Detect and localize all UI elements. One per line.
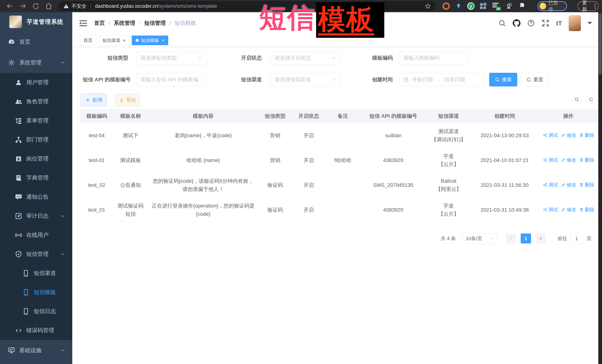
action-delete-link[interactable]: 删除 (579, 131, 594, 139)
pagination-next-button[interactable] (536, 233, 546, 243)
chevron-down-icon (489, 236, 494, 241)
tag-home[interactable]: 首页 (80, 36, 96, 45)
action-edit-link[interactable]: 修改 (561, 156, 576, 164)
pagination-page-1[interactable]: 1 (521, 233, 531, 243)
sidebar-item-users[interactable]: 用户管理 (0, 73, 72, 92)
header-search-icon[interactable] (498, 19, 506, 27)
bookmark-star-icon[interactable] (425, 3, 431, 9)
channel-select[interactable]: 请选择短信渠道 (270, 73, 340, 86)
ext-grid-icon[interactable] (480, 3, 487, 10)
sidebar-item-dict[interactable]: 字典管理 (0, 168, 72, 187)
action-test-link[interactable]: 测试 (543, 131, 558, 139)
sidebar-item-sms-log[interactable]: 短信日志 (0, 302, 72, 321)
pagination-goto-input[interactable] (571, 233, 582, 244)
api-template-id-input[interactable] (136, 73, 207, 86)
action-test-link[interactable]: 测试 (543, 206, 558, 214)
sidebar-item-notice[interactable]: 通知公告 (0, 187, 72, 207)
ext-list-on-icon[interactable]: on (492, 2, 500, 10)
browser-forward-icon[interactable] (19, 2, 26, 10)
sidebar-item-online-users[interactable]: 在线用户 (0, 226, 72, 245)
sidebar-item-home[interactable]: 首页 (0, 31, 72, 52)
date-range-picker[interactable]: 开始日期 - 结束日期 (399, 73, 484, 86)
sidebar-item-label: 短信模板 (34, 289, 56, 296)
extensions-puzzle-icon[interactable] (518, 2, 526, 10)
avatar-caret-down-icon[interactable] (588, 22, 592, 24)
close-icon[interactable]: × (123, 38, 126, 43)
page-scrollbar[interactable] (598, 12, 602, 364)
sms-type-select[interactable]: 请选择短信类型 (136, 51, 207, 65)
breadcrumb-system[interactable]: 系统管理 (114, 20, 135, 27)
sidebar-logo[interactable]: 芋道管理系统 (0, 12, 72, 31)
search-button[interactable]: 搜索 (489, 73, 517, 86)
close-icon[interactable]: × (161, 38, 164, 43)
sidebar-item-sms-template[interactable]: 短信模板 (0, 283, 72, 302)
sidebar-collapse-icon[interactable] (79, 19, 88, 28)
url-path[interactable]: /system/sms/sms-template (158, 3, 217, 9)
action-test-link[interactable]: 测试 (543, 156, 558, 164)
ext-green-y-icon[interactable]: y (467, 2, 475, 10)
users-icon (15, 98, 22, 105)
pagination-goto-label: 前往 (558, 233, 567, 244)
action-test-link[interactable]: 测试 (543, 181, 558, 189)
date-start-placeholder: 开始日期 (412, 76, 433, 83)
user-avatar[interactable] (569, 15, 581, 31)
pagination-prev-button[interactable] (506, 233, 516, 243)
sms-type-label: 短信类型 (73, 51, 128, 65)
url-host[interactable]: dashboard.yudao.iocoder.cn (95, 3, 158, 9)
sidebar-item-sms-channel[interactable]: 短信渠道 (0, 264, 72, 283)
sidebar-item-label: 用户管理 (26, 79, 49, 86)
browser-home-icon[interactable] (45, 2, 53, 10)
toggle-search-button[interactable] (572, 95, 581, 104)
browser-reload-icon[interactable] (32, 2, 40, 10)
sidebar-item-roles[interactable]: 角色管理 (0, 92, 72, 111)
action-delete-link[interactable]: 删除 (579, 181, 594, 189)
tag-sms-template[interactable]: 短信模板× (132, 36, 168, 45)
tag-sms-channel[interactable]: 短信渠道× (98, 36, 129, 45)
tags-view-bar: 首页 短信渠道× 短信模板× (72, 34, 598, 47)
font-size-icon[interactable]: tT (556, 20, 562, 27)
monitor-chart-icon (8, 347, 15, 354)
breadcrumb-home[interactable]: 首页 (94, 20, 105, 27)
sidebar-item-sms[interactable]: 短信管理 (0, 245, 72, 264)
fullscreen-icon[interactable] (542, 19, 549, 27)
action-delete-link[interactable]: 删除 (579, 156, 594, 164)
reset-button[interactable]: 重置 (521, 73, 548, 86)
browser-back-icon[interactable] (6, 2, 13, 10)
github-icon[interactable] (513, 19, 520, 27)
sidebar-item-infrastructure[interactable]: 基础设施 (0, 340, 72, 361)
sidebar-item-audit-log[interactable]: 审计日志 (0, 207, 72, 226)
browser-update-button[interactable]: 更新 (577, 1, 599, 11)
status-select[interactable]: 请选择开启状态 (270, 51, 340, 65)
action-delete-link[interactable]: 删除 (579, 206, 594, 214)
action-edit-link[interactable]: 修改 (561, 131, 576, 139)
export-button[interactable]: 导出 (115, 94, 140, 106)
scrollbar-thumb[interactable] (599, 13, 602, 74)
help-icon[interactable] (527, 19, 535, 27)
sidebar-item-departments[interactable]: 部门管理 (0, 130, 72, 149)
active-dot (136, 39, 139, 42)
col-channel: 短信渠道 (426, 109, 471, 123)
phone-icon (22, 308, 30, 315)
sidebar-item-posts[interactable]: 岗位管理 (0, 149, 72, 168)
sidebar: 芋道管理系统 首页 系统管理 用户管理 角色管理 (0, 12, 72, 364)
ext-gem-icon[interactable] (455, 3, 462, 9)
template-code-input[interactable] (399, 51, 469, 65)
breadcrumb-sms[interactable]: 短信管理 (144, 20, 166, 27)
add-button[interactable]: 新增 (81, 94, 107, 106)
sidebar-item-system[interactable]: 系统管理 (0, 52, 72, 73)
sidebar-item-label: 部门管理 (26, 136, 49, 144)
browser-menu-kebab-icon[interactable] (595, 4, 595, 9)
ext-search-person-icon[interactable] (505, 2, 513, 10)
ext-orange-ring-icon[interactable] (442, 2, 450, 10)
sidebar-item-menus[interactable]: 菜单管理 (0, 111, 72, 130)
action-edit-link[interactable]: 修改 (561, 181, 576, 189)
security-warning-icon[interactable] (63, 3, 69, 9)
profile-chip[interactable]: 已暂停 (538, 1, 567, 11)
address-bar[interactable]: 不安全 dashboard.yudao.iocoder.cn/system/sm… (58, 1, 436, 11)
action-edit-link[interactable]: 修改 (561, 206, 576, 214)
refresh-table-button[interactable] (586, 95, 596, 104)
page-size-select[interactable]: 10条/页 (463, 233, 497, 244)
date-end-placeholder: 结束日期 (444, 76, 465, 83)
sidebar-item-error-codes[interactable]: 错误码管理 (0, 321, 72, 340)
security-label[interactable]: 不安全 (72, 3, 86, 10)
